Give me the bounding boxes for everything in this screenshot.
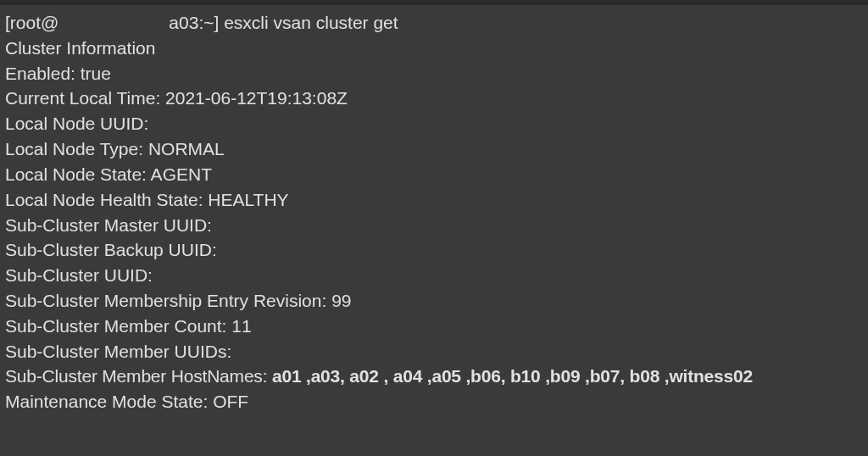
output-header: Cluster Information: [5, 36, 863, 61]
line-sub-backup-uuid: Sub-Cluster Backup UUID:: [5, 237, 863, 263]
line-local-node-state: Local Node State: AGENT: [5, 162, 863, 187]
prompt-user: [root@: [5, 13, 58, 32]
line-current-local-time: Current Local Time: 2021-06-12T19:13:08Z: [5, 86, 863, 111]
command-text: esxcli vsan cluster get: [224, 13, 398, 32]
line-sub-uuid: Sub-Cluster UUID:: [5, 263, 863, 288]
terminal-output[interactable]: [root@a03:~] esxcli vsan cluster get Clu…: [5, 10, 863, 414]
line-local-node-uuid: Local Node UUID:: [5, 111, 863, 136]
prompt-host: a03:~]: [169, 13, 219, 32]
hostnames-value: a01 ,a03, a02 , a04 ,a05 ,b06, b10 ,b09 …: [272, 366, 753, 386]
line-local-node-health: Local Node Health State: HEALTHY: [5, 187, 863, 213]
line-enabled: Enabled: true: [5, 61, 863, 86]
line-sub-member-uuids: Sub-Cluster Member UUIDs:: [5, 339, 863, 364]
line-sub-member-hostnames: Sub-Cluster Member HostNames: a01 ,a03, …: [5, 364, 863, 389]
line-local-node-type: Local Node Type: NORMAL: [5, 136, 863, 162]
hostnames-label: Sub-Cluster Member HostNames:: [5, 366, 267, 386]
command-line: [root@a03:~] esxcli vsan cluster get: [5, 10, 863, 36]
line-maintenance-mode: Maintenance Mode State: OFF: [5, 389, 863, 414]
line-sub-membership-rev: Sub-Cluster Membership Entry Revision: 9…: [5, 288, 863, 314]
line-sub-master-uuid: Sub-Cluster Master UUID:: [5, 213, 863, 238]
window-title-bar: [0, 0, 868, 5]
line-sub-member-count: Sub-Cluster Member Count: 11: [5, 314, 863, 339]
